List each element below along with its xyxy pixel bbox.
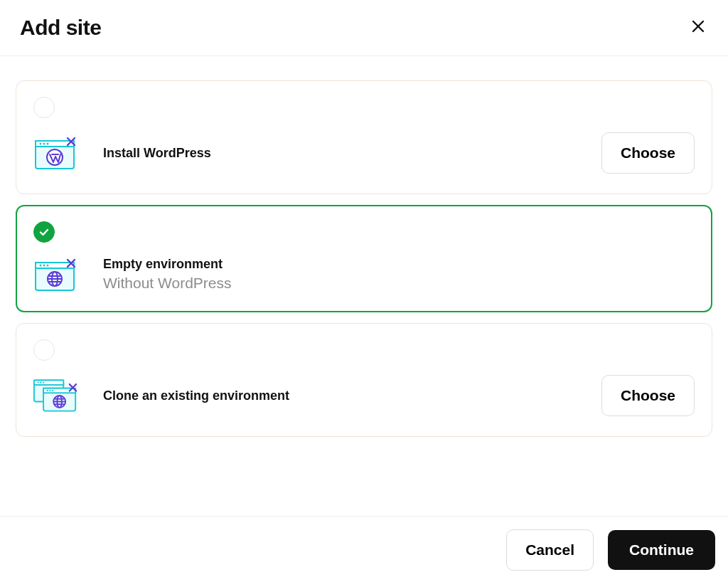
option-title: Clone an existing environment — [103, 388, 576, 403]
option-labels: Empty environment Without WordPress — [103, 257, 695, 292]
check-icon — [38, 226, 50, 238]
option-empty-environment[interactable]: Empty environment Without WordPress — [16, 205, 712, 312]
svg-point-5 — [43, 143, 46, 145]
svg-point-6 — [47, 143, 49, 145]
choose-button[interactable]: Choose — [601, 375, 695, 416]
svg-point-29 — [47, 390, 48, 391]
continue-button[interactable]: Continue — [608, 530, 715, 570]
radio-unchecked[interactable] — [33, 97, 55, 118]
close-button[interactable] — [688, 18, 708, 38]
svg-point-14 — [47, 264, 49, 266]
svg-point-26 — [43, 382, 44, 383]
option-install-wordpress[interactable]: Install WordPress Choose — [16, 80, 712, 194]
modal-header: Add site — [0, 0, 728, 56]
modal-footer: Cancel Continue — [0, 516, 728, 582]
option-row: Install WordPress Choose — [33, 132, 695, 174]
option-row: Clone an existing environment Choose — [33, 375, 695, 416]
wordpress-browser-icon — [33, 137, 77, 169]
svg-point-31 — [52, 390, 53, 391]
option-title: Install WordPress — [103, 146, 576, 161]
svg-point-13 — [43, 264, 46, 266]
empty-browser-icon — [33, 258, 77, 291]
add-site-modal: Add site — [0, 0, 728, 582]
option-clone-environment[interactable]: Clone an existing environment Choose — [16, 323, 712, 437]
svg-point-30 — [49, 390, 50, 391]
svg-point-25 — [40, 382, 41, 383]
svg-point-12 — [40, 264, 42, 266]
modal-body: Install WordPress Choose — [0, 56, 728, 516]
option-row: Empty environment Without WordPress — [33, 257, 695, 292]
option-title: Empty environment — [103, 257, 695, 272]
option-subtitle: Without WordPress — [103, 275, 695, 292]
cancel-button[interactable]: Cancel — [506, 529, 594, 571]
choose-button[interactable]: Choose — [601, 132, 695, 174]
close-icon — [692, 20, 705, 36]
clone-browser-icon — [33, 378, 77, 413]
option-labels: Install WordPress — [103, 146, 576, 161]
modal-title: Add site — [20, 16, 101, 40]
svg-point-24 — [37, 382, 38, 383]
option-labels: Clone an existing environment — [103, 388, 576, 403]
radio-unchecked[interactable] — [33, 339, 55, 361]
svg-point-4 — [40, 143, 42, 145]
radio-checked[interactable] — [33, 221, 55, 243]
